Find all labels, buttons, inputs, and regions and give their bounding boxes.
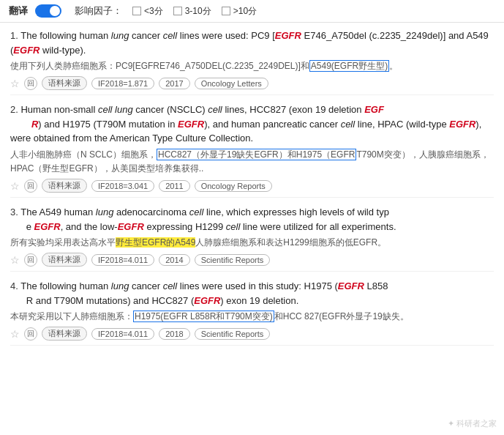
cn-highlight-3: 野生型EGFR的A549 — [116, 237, 195, 248]
egfr-4: EGFR — [178, 119, 204, 130]
source-tag-1[interactable]: 语料来源 — [42, 76, 87, 90]
translate-label: 翻译 — [9, 4, 28, 18]
if-tag-4[interactable]: IF2018=4.011 — [91, 328, 154, 340]
result-4-meta: ☆ 回 语料来源 IF2018=4.011 2018 Scientific Re… — [10, 327, 494, 341]
checkbox-3to10[interactable] — [173, 7, 182, 15]
cell-italic-2: cell — [208, 104, 222, 115]
egfr-7: EGFR — [118, 221, 144, 232]
filter-more10[interactable]: >10分 — [222, 5, 257, 18]
filter-less3-label: <3分 — [144, 5, 163, 18]
result-2-number: 2. — [10, 104, 20, 115]
result-4-en-text: The following human lung cancer cell lin… — [10, 280, 388, 306]
result-3-cn: 所有实验均采用表达高水平野生型EGFR的A549人肺腺癌细胞系和表达H1299细… — [10, 236, 494, 250]
filter-3to10-label: 3-10分 — [185, 5, 211, 18]
journal-tag-1[interactable]: Oncology Letters — [195, 78, 268, 89]
checkbox-more10[interactable] — [222, 7, 230, 15]
checkbox-less3[interactable] — [132, 7, 141, 15]
toggle-knob — [50, 6, 60, 16]
cell-italic-3: cell — [341, 119, 356, 130]
year-tag-2[interactable]: 2011 — [159, 180, 189, 192]
translate-toggle[interactable] — [35, 4, 61, 18]
round-icon-2[interactable]: 回 — [24, 179, 37, 193]
egfr-6: EGFR — [34, 221, 61, 232]
result-1-en-text: The following human lung cancer cell lin… — [10, 30, 489, 56]
egfr-9: EGFR — [194, 295, 220, 306]
round-icon-3[interactable]: 回 — [24, 253, 37, 267]
journal-tag-2[interactable]: Oncology Reports — [195, 180, 272, 192]
year-tag-1[interactable]: 2017 — [159, 78, 189, 89]
result-item-4: 4. The following human lung cancer cell … — [10, 279, 494, 346]
year-tag-4[interactable]: 2018 — [159, 328, 189, 340]
filter-label: 影响因子： — [75, 4, 122, 18]
round-icon-1[interactable]: 回 — [24, 77, 37, 90]
source-tag-4[interactable]: 语料来源 — [42, 327, 87, 341]
cn-highlight-2: HCC827（外显子19缺失EGFR）和H1975（EGFR — [157, 149, 356, 160]
egfr-2: EGFR — [13, 45, 40, 56]
result-1-cn: 使用下列人类肺癌细胞系：PC9[EGFRE746_A750DEL(C.2235_… — [10, 59, 494, 73]
result-4-en: 4. The following human lung cancer cell … — [10, 279, 494, 308]
lung-italic-4: lung — [111, 280, 129, 291]
star-icon-3[interactable]: ☆ — [10, 254, 20, 266]
result-item-2: 2. Human non-small cell lung cancer (NSC… — [10, 103, 494, 198]
result-item-3: 3. The A549 human lung adenocarcinoma ce… — [10, 205, 494, 272]
cell-italic-6: cell — [163, 280, 178, 291]
cell-lung-italic: cell lung — [98, 104, 133, 115]
if-tag-1[interactable]: IF2018=1.871 — [91, 78, 154, 89]
if-tag-3[interactable]: IF2018=4.011 — [91, 254, 154, 266]
cell-italic-4: cell — [189, 207, 204, 218]
result-3-meta: ☆ 回 语料来源 IF2018=4.011 2014 Scientific Re… — [10, 253, 494, 267]
result-3-number: 3. — [10, 207, 20, 218]
egfr-8: EGFR — [338, 280, 364, 291]
result-1-number: 1. — [10, 30, 20, 41]
filter-more10-label: >10分 — [233, 5, 257, 18]
cn-highlight-4: H1975(EGFR L858R和T790M突变) — [133, 311, 274, 322]
result-4-number: 4. — [10, 280, 20, 291]
source-tag-3[interactable]: 语料来源 — [42, 253, 87, 267]
filter-less3[interactable]: <3分 — [132, 5, 163, 18]
result-2-meta: ☆ 回 语料来源 IF2018=3.041 2011 Oncology Repo… — [10, 179, 494, 193]
cell-italic-5: cell — [226, 221, 241, 232]
filter-3to10[interactable]: 3-10分 — [173, 5, 211, 18]
year-tag-3[interactable]: 2014 — [159, 254, 189, 266]
result-4-cn: 本研究采用以下人肺癌细胞系：H1975(EGFR L858R和T790M突变)和… — [10, 310, 494, 324]
star-icon-1[interactable]: ☆ — [10, 78, 20, 89]
egfr-5: EGFR — [449, 119, 475, 130]
result-3-en-text: The A549 human lung adenocarcinoma cell … — [10, 207, 396, 232]
result-2-cn: 人非小细胞肺癌（N SCLC）细胞系，HCC827（外显子19缺失EGFR）和H… — [10, 148, 494, 176]
star-icon-2[interactable]: ☆ — [10, 180, 20, 192]
top-bar: 翻译 影响因子： <3分 3-10分 >10分 — [0, 0, 504, 23]
journal-tag-4[interactable]: Scientific Reports — [195, 328, 271, 340]
results-content: 1. The following human lung cancer cell … — [0, 23, 504, 359]
result-1-meta: ☆ 回 语料来源 IF2018=1.871 2017 Oncology Lett… — [10, 76, 494, 90]
result-item-1: 1. The following human lung cancer cell … — [10, 29, 494, 95]
egfr-1: EGFR — [275, 30, 301, 41]
if-tag-2[interactable]: IF2018=3.041 — [91, 180, 154, 192]
cell-italic-1: cell — [163, 30, 178, 41]
watermark: ✦ 科研者之家 — [448, 418, 497, 429]
round-icon-4[interactable]: 回 — [24, 327, 37, 341]
result-1-en: 1. The following human lung cancer cell … — [10, 29, 494, 57]
result-2-en-text: Human non-small cell lung cancer (NSCLC)… — [10, 104, 481, 144]
cn-highlight-1: A549(EGFR野生型) — [309, 60, 389, 72]
watermark-text: 科研者之家 — [456, 419, 497, 428]
lung-italic-3: lung — [96, 207, 114, 218]
result-3-en: 3. The A549 human lung adenocarcinoma ce… — [10, 205, 494, 234]
lung-italic-1: lung — [111, 30, 129, 41]
journal-tag-3[interactable]: Scientific Reports — [195, 254, 271, 266]
result-2-en: 2. Human non-small cell lung cancer (NSC… — [10, 103, 494, 146]
star-icon-4[interactable]: ☆ — [10, 328, 20, 340]
source-tag-2[interactable]: 语料来源 — [42, 179, 87, 193]
